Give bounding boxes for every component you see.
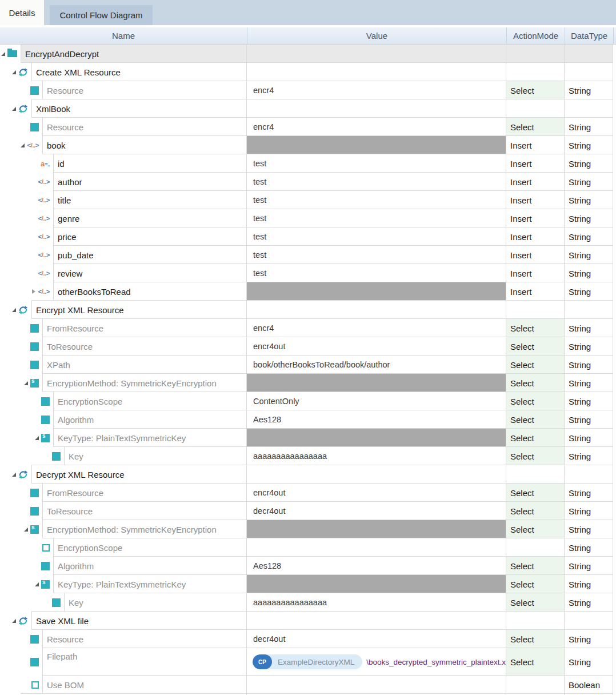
actionmode-cell[interactable]: Select xyxy=(506,374,565,392)
value-cell[interactable]: encr4 xyxy=(247,118,506,136)
table-row[interactable]: </..>authortestInsertString xyxy=(0,173,616,191)
value-cell[interactable] xyxy=(247,612,506,630)
actionmode-cell[interactable]: Select xyxy=(506,630,565,648)
table-row[interactable]: FromResourceencr4outSelectString xyxy=(0,484,616,502)
table-row[interactable]: EncryptionMethod: SymmetricKeyEncryption… xyxy=(0,374,616,392)
actionmode-cell[interactable]: Select xyxy=(506,429,565,447)
table-row[interactable]: </..>reviewtestInsertString xyxy=(0,264,616,282)
expander-open-icon[interactable] xyxy=(12,107,16,111)
table-row[interactable]: Resourcedecr4outSelectString xyxy=(0,630,616,648)
expander-open-icon[interactable] xyxy=(12,473,16,477)
actionmode-cell[interactable]: Insert xyxy=(506,154,565,173)
table-row[interactable]: Resourceencr4SelectString xyxy=(0,81,616,99)
value-cell[interactable]: encr4 xyxy=(247,319,506,337)
actionmode-cell[interactable]: Select xyxy=(506,520,565,538)
table-row[interactable]: Save XML file xyxy=(0,612,616,630)
table-row[interactable]: Resourceencr4SelectString xyxy=(0,118,616,136)
value-cell[interactable] xyxy=(247,429,506,447)
value-cell[interactable] xyxy=(247,282,506,301)
value-cell[interactable] xyxy=(247,45,506,63)
expander-open-icon[interactable] xyxy=(12,70,16,74)
table-row[interactable]: Use BOMBoolean xyxy=(0,676,616,694)
table-row[interactable]: KeyType: PlainTextSymmetricKeySelectStri… xyxy=(0,575,616,593)
column-header-actionmode[interactable]: ActionMode xyxy=(506,27,565,44)
actionmode-cell[interactable]: Select xyxy=(506,392,565,410)
expander-open-icon[interactable] xyxy=(1,52,5,56)
actionmode-cell[interactable]: Select xyxy=(506,447,565,465)
value-cell[interactable]: encr4 xyxy=(247,81,506,99)
table-row[interactable]: ToResourceencr4outSelectString xyxy=(0,337,616,356)
table-row[interactable]: </..>pub_datetestInsertString xyxy=(0,246,616,264)
table-row[interactable]: </..>titletestInsertString xyxy=(0,191,616,209)
table-row[interactable]: </..>genretestInsertString xyxy=(0,209,616,227)
value-cell[interactable]: CPExampleDirectoryXML\books_decrypted_sy… xyxy=(247,648,506,676)
actionmode-cell[interactable]: Select xyxy=(506,337,565,356)
value-cell[interactable]: book/otherBooksToRead/book/author xyxy=(247,356,506,374)
value-cell[interactable]: aaaaaaaaaaaaaaaa xyxy=(247,447,506,465)
actionmode-cell[interactable]: Select xyxy=(506,502,565,520)
value-cell[interactable]: test xyxy=(247,264,506,282)
actionmode-cell[interactable]: Insert xyxy=(506,246,565,264)
value-cell[interactable]: aaaaaaaaaaaaaaaa xyxy=(247,593,506,612)
value-cell[interactable] xyxy=(247,538,506,557)
value-cell[interactable]: test xyxy=(247,246,506,264)
value-cell[interactable] xyxy=(247,374,506,392)
value-cell[interactable]: ContentOnly xyxy=(247,392,506,410)
value-cell[interactable]: encr4out xyxy=(247,484,506,502)
expander-open-icon[interactable] xyxy=(24,381,28,385)
checkbox-icon[interactable] xyxy=(31,681,39,689)
value-cell[interactable]: test xyxy=(247,209,506,227)
table-row[interactable]: a=..idtestInsertString xyxy=(0,154,616,173)
expander-open-icon[interactable] xyxy=(35,436,39,440)
actionmode-cell[interactable]: Select xyxy=(506,118,565,136)
actionmode-cell[interactable]: Select xyxy=(506,484,565,502)
column-header-value[interactable]: Value xyxy=(247,27,506,44)
value-cell[interactable]: test xyxy=(247,173,506,191)
value-cell[interactable]: test xyxy=(247,154,506,173)
table-row[interactable]: EncryptAndDecrypt xyxy=(0,45,616,63)
value-cell[interactable] xyxy=(247,520,506,538)
value-cell[interactable]: Aes128 xyxy=(247,410,506,429)
table-row[interactable]: AlgorithmAes128SelectString xyxy=(0,410,616,429)
expander-open-icon[interactable] xyxy=(24,528,28,532)
table-row[interactable]: XmlBook xyxy=(0,99,616,118)
actionmode-cell[interactable]: Select xyxy=(506,410,565,429)
table-row[interactable]: Decrypt XML Resource xyxy=(0,465,616,484)
table-row[interactable]: </..>pricetestInsertString xyxy=(0,227,616,246)
value-cell[interactable] xyxy=(247,63,506,81)
table-row[interactable]: KeyaaaaaaaaaaaaaaaaSelectString xyxy=(0,593,616,612)
table-row[interactable]: ToResourcedecr4outSelectString xyxy=(0,502,616,520)
table-row[interactable]: Encrypt XML Resource xyxy=(0,301,616,319)
expander-open-icon[interactable] xyxy=(12,308,16,312)
actionmode-cell[interactable]: Insert xyxy=(506,264,565,282)
column-header-name[interactable]: Name xyxy=(0,27,247,44)
expander-closed-icon[interactable] xyxy=(32,289,35,294)
actionmode-cell[interactable]: Insert xyxy=(506,227,565,246)
table-row[interactable]: KeyType: PlainTextSymmetricKeySelectStri… xyxy=(0,429,616,447)
value-cell[interactable] xyxy=(247,99,506,118)
actionmode-cell[interactable]: Select xyxy=(506,557,565,575)
table-row[interactable]: EncryptionMethod: SymmetricKeyEncryption… xyxy=(0,520,616,538)
value-cell[interactable]: encr4out xyxy=(247,337,506,356)
actionmode-cell[interactable]: Select xyxy=(506,319,565,337)
value-cell[interactable] xyxy=(247,575,506,593)
table-row[interactable]: </..>otherBooksToReadInsertString xyxy=(0,282,616,301)
value-cell[interactable]: Aes128 xyxy=(247,557,506,575)
actionmode-cell[interactable]: Select xyxy=(506,593,565,612)
actionmode-cell[interactable]: Insert xyxy=(506,136,565,154)
value-cell[interactable]: decr4out xyxy=(247,502,506,520)
value-cell[interactable]: decr4out xyxy=(247,630,506,648)
value-cell[interactable]: test xyxy=(247,227,506,246)
table-row[interactable]: FromResourceencr4SelectString xyxy=(0,319,616,337)
table-row[interactable]: EncryptionScopeString xyxy=(0,538,616,557)
table-row[interactable]: </..>bookInsertString xyxy=(0,136,616,154)
table-row[interactable]: XPathbook/otherBooksToRead/book/authorSe… xyxy=(0,356,616,374)
actionmode-cell[interactable]: Insert xyxy=(506,282,565,301)
actionmode-cell[interactable]: Insert xyxy=(506,209,565,227)
table-row[interactable]: Create XML Resource xyxy=(0,63,616,81)
value-cell[interactable]: test xyxy=(247,191,506,209)
value-cell[interactable] xyxy=(247,676,506,694)
actionmode-cell[interactable]: Select xyxy=(506,356,565,374)
value-cell[interactable] xyxy=(247,136,506,154)
expander-open-icon[interactable] xyxy=(21,143,25,147)
